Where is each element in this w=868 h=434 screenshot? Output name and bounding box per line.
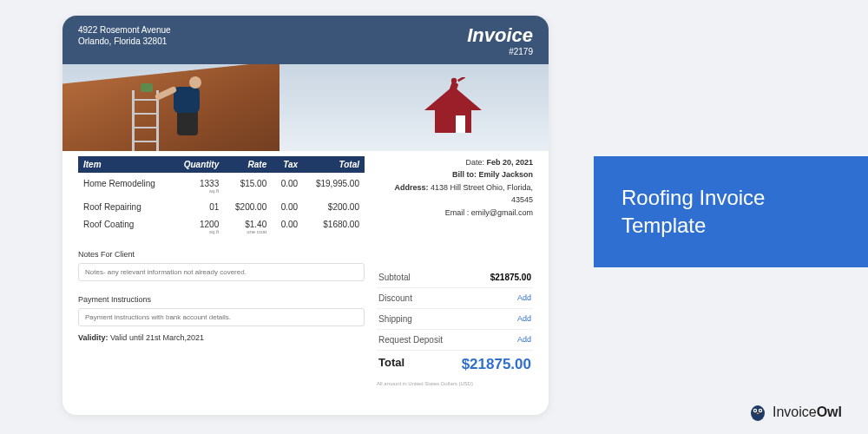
hero-image [62,64,549,151]
invoice-title: Invoice [467,24,533,47]
add-shipping-button[interactable]: Add [517,314,531,324]
email-value: emily@gmail.com [471,208,533,217]
col-rate: Rate [224,156,272,173]
item-total: $1680.00 [303,214,365,237]
col-tax: Tax [272,156,303,173]
item-rate: $1.40 [245,220,266,229]
worker-photo [62,64,358,151]
brand-bold: Owl [817,404,842,419]
invoice-title-block: Invoice #2179 [467,24,533,57]
svg-rect-1 [435,110,471,133]
totals: Subtotal $21875.00 Discount Add Shipping… [377,267,533,386]
date-label: Date: [465,158,484,167]
brand-name: InvoiceOwl [773,404,842,420]
sender-address: 4922 Rosemont Avenue Orlando, Florida 32… [78,24,171,57]
payment-label: Payment Instructions [78,295,365,304]
shipping-label: Shipping [378,314,412,324]
subtotal-label: Subtotal [378,273,411,282]
addr-label: Address: [394,183,428,192]
right-column: Date: Feb 20, 2021 Bill to: Emily Jackso… [377,151,533,386]
svg-point-10 [760,410,761,411]
svg-rect-5 [457,77,465,82]
brand-logo: InvoiceOwl [748,403,842,422]
item-total: $19,995.00 [303,173,365,196]
item-name: Roof Coating [78,214,172,237]
left-column: Item Quantity Rate Tax Total Home Remode… [78,151,365,386]
side-panel: Roofing Invoice Template [594,156,868,267]
date-value: Feb 20, 2021 [486,158,533,167]
item-rate-sub: one coat [229,229,266,235]
billto-value: Emily Jackson [478,170,533,179]
item-tax: 0.00 [272,214,303,237]
invoice-body: Item Quantity Rate Tax Total Home Remode… [62,151,549,397]
grand-total-label: Total [378,356,404,373]
item-name: Home Remodeling [78,173,172,196]
add-deposit-button[interactable]: Add [517,335,531,345]
payment-input[interactable] [78,308,365,326]
address-line-1: 4922 Rosemont Avenue [78,24,171,36]
house-icon [419,77,487,138]
item-name: Roof Repairing [78,196,172,214]
validity: Validity: Valid until 21st March,2021 [78,333,365,342]
validity-value: Valid until 21st March,2021 [110,333,204,342]
addr-value: 4138 Hill Street Ohio, Florida, 43545 [431,183,533,204]
side-panel-line2: Template [621,212,765,240]
table-row: Home Remodeling 1333sq.ft $15.00 0.00 $1… [78,173,365,196]
add-discount-button[interactable]: Add [517,293,531,303]
col-total: Total [303,156,365,173]
invoice-number: #2179 [467,47,533,56]
item-tax: 0.00 [272,173,303,196]
col-item: Item [78,156,172,173]
item-rate: $200.00 [224,196,272,214]
item-qty-sub: sq.ft [177,229,219,235]
item-qty: 1333 [200,179,219,188]
brand-light: Invoice [773,404,817,419]
item-total: $200.00 [303,196,365,214]
subtotal-value: $21875.00 [490,273,531,282]
line-items-table: Item Quantity Rate Tax Total Home Remode… [78,156,365,236]
address-line-2: Orlando, Florida 32801 [78,36,171,47]
col-qty: Quantity [172,156,224,173]
billto-label: Bill to: [452,170,477,179]
table-row: Roof Repairing 01 $200.00 0.00 $200.00 [78,196,365,214]
item-qty-sub: sq.ft [177,188,219,194]
item-qty: 1200 [200,220,219,229]
bill-info: Date: Feb 20, 2021 Bill to: Emily Jackso… [377,156,533,219]
discount-label: Discount [378,293,412,303]
item-qty: 01 [172,196,224,214]
email-label: Email : [445,208,470,217]
svg-point-9 [754,410,756,411]
invoice-header: 4922 Rosemont Avenue Orlando, Florida 32… [62,16,549,64]
item-rate: $15.00 [224,173,272,196]
owl-icon [748,403,767,422]
notes-input[interactable] [78,263,365,281]
validity-label: Validity: [78,333,108,342]
deposit-label: Request Deposit [378,335,443,345]
notes-label: Notes For Client [78,250,365,259]
roofing-logo [358,64,549,151]
item-tax: 0.00 [272,196,303,214]
invoice-card: 4922 Rosemont Avenue Orlando, Florida 32… [62,16,549,415]
currency-note: All amount in United States Dollars (USD… [377,381,533,386]
table-row: Roof Coating 1200sq.ft $1.40one coat 0.0… [78,214,365,237]
side-panel-line1: Roofing Invoice [621,184,765,212]
grand-total-value: $21875.00 [462,356,531,373]
svg-rect-2 [456,115,465,133]
